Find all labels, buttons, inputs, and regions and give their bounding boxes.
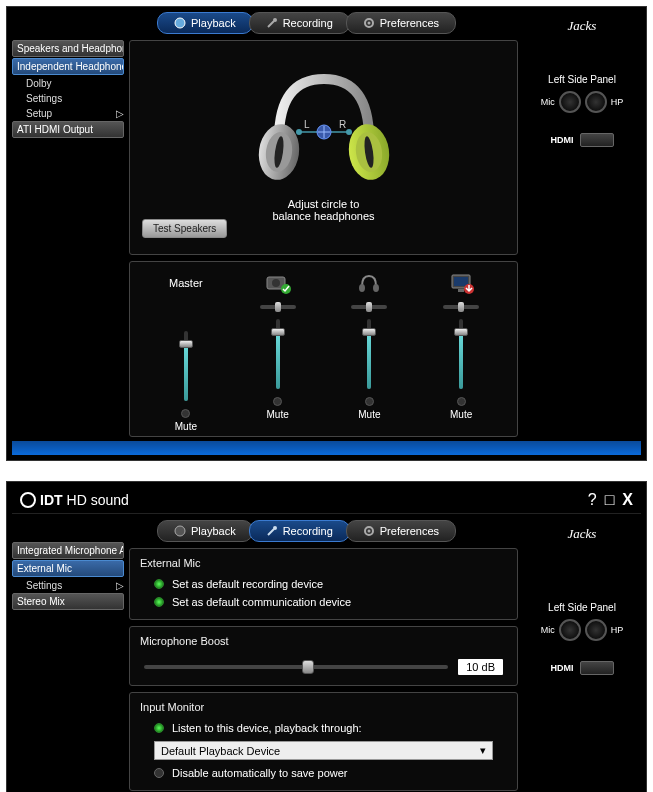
pan-slider[interactable] (443, 305, 479, 309)
tab-label: Recording (283, 525, 333, 537)
mic-boost-title: Microphone Boost (140, 635, 507, 647)
gear-icon (363, 525, 375, 537)
tab-bar: Playback Recording Preferences (157, 520, 518, 542)
mic-icon (266, 17, 278, 29)
volume-slider[interactable] (459, 319, 463, 389)
sidebar-sub-settings[interactable]: Settings (12, 91, 124, 106)
mic-jack-icon (559, 619, 581, 641)
monitor-icon (447, 272, 475, 294)
radio-off-icon (154, 768, 164, 778)
recording-window: IDT HD sound ? □ X Integrated Microphone… (6, 481, 647, 792)
playback-window: Speakers and Headphon Independent Headph… (6, 6, 647, 461)
listen-to-device[interactable]: Listen to this device, playback through: (140, 719, 507, 737)
mute-toggle[interactable] (273, 397, 282, 406)
option-label: Disable automatically to save power (172, 767, 347, 779)
external-mic-title: External Mic (140, 557, 507, 569)
mute-toggle[interactable] (457, 397, 466, 406)
set-default-recording[interactable]: Set as default recording device (140, 575, 507, 593)
brand-prefix: IDT (40, 492, 63, 508)
tab-recording[interactable]: Recording (249, 12, 350, 34)
mixer-channel-app: Mute (431, 270, 491, 420)
mic-jack-label: Mic (541, 97, 555, 107)
speaker-icon (174, 525, 186, 537)
input-monitor-title: Input Monitor (140, 701, 507, 713)
jacks-title: Jacks (523, 18, 641, 34)
mute-label: Mute (450, 409, 472, 420)
sidebar-item-ati-hdmi[interactable]: ATI HDMI Output (12, 121, 124, 138)
hdmi-port-icon (580, 661, 614, 675)
brand-title: HD sound (67, 492, 129, 508)
external-mic-panel: External Mic Set as default recording de… (129, 548, 518, 620)
volume-slider[interactable] (276, 319, 280, 389)
mixer-panel: Master Mute Mute (129, 261, 518, 437)
pan-slider[interactable] (351, 305, 387, 309)
help-button[interactable]: ? (588, 491, 597, 509)
option-label: Listen to this device, playback through: (172, 722, 362, 734)
tab-recording[interactable]: Recording (249, 520, 350, 542)
mute-toggle[interactable] (181, 409, 190, 418)
mute-label: Mute (175, 421, 197, 432)
speaker-icon (174, 17, 186, 29)
tab-label: Preferences (380, 17, 439, 29)
volume-slider-master[interactable] (184, 331, 188, 401)
svg-point-1 (273, 18, 277, 22)
headphone-icon (355, 272, 383, 294)
sidebar-item-stereo-mix[interactable]: Stereo Mix (12, 593, 124, 610)
mute-label: Mute (358, 409, 380, 420)
sidebar-item-external-mic[interactable]: External Mic (12, 560, 124, 577)
sidebar-sub-setup[interactable]: Setup▷ (12, 106, 124, 121)
set-default-communication[interactable]: Set as default communication device (140, 593, 507, 611)
jacks-panel: Jacks Left Side Panel Mic HP HDMI (523, 520, 641, 792)
hp-jack-label: HP (611, 625, 624, 635)
mic-boost-value: 10 dB (458, 659, 503, 675)
disable-auto-power[interactable]: Disable automatically to save power (140, 764, 507, 782)
tab-playback[interactable]: Playback (157, 520, 253, 542)
svg-point-25 (273, 526, 277, 530)
option-label: Set as default communication device (172, 596, 351, 608)
jacks-panel-label: Left Side Panel (523, 602, 641, 613)
mic-jack-label: Mic (541, 625, 555, 635)
tab-label: Recording (283, 17, 333, 29)
playback-device-select[interactable]: Default Playback Device▾ (154, 741, 493, 760)
svg-point-0 (175, 18, 185, 28)
sidebar-item-internal-mic[interactable]: Integrated Microphone A (12, 542, 124, 559)
master-label: Master (169, 270, 203, 296)
sidebar-sub-dolby[interactable]: Dolby (12, 76, 124, 91)
mixer-channel-system: Mute (248, 270, 308, 420)
jacks-title: Jacks (523, 526, 641, 542)
titlebar: IDT HD sound ? □ X (12, 487, 641, 514)
tab-preferences[interactable]: Preferences (346, 520, 456, 542)
tab-bar: Playback Recording Preferences (157, 12, 518, 34)
select-value: Default Playback Device (161, 745, 280, 757)
balance-left-label: L (304, 119, 310, 130)
mic-boost-slider[interactable] (144, 665, 448, 669)
tab-label: Playback (191, 17, 236, 29)
svg-point-11 (296, 129, 302, 135)
sidebar-sub-settings[interactable]: Settings▷ (12, 578, 124, 593)
svg-rect-22 (458, 289, 464, 292)
pan-slider[interactable] (260, 305, 296, 309)
radio-on-icon (154, 579, 164, 589)
tab-playback[interactable]: Playback (157, 12, 253, 34)
volume-slider[interactable] (367, 319, 371, 389)
jacks-panel: Jacks Left Side Panel Mic HP HDMI (523, 12, 641, 437)
chevron-right-icon: ▷ (116, 108, 124, 119)
mute-toggle[interactable] (365, 397, 374, 406)
mixer-channel-headphone: Mute (339, 270, 399, 420)
test-speakers-button[interactable]: Test Speakers (142, 219, 227, 238)
option-label: Set as default recording device (172, 578, 323, 590)
tab-preferences[interactable]: Preferences (346, 12, 456, 34)
mixer-channel-master: Master Mute (156, 270, 216, 432)
mute-label: Mute (267, 409, 289, 420)
mic-jack-icon (559, 91, 581, 113)
close-button[interactable]: X (622, 491, 633, 509)
sidebar-item-independent-headphone[interactable]: Independent Headphone (12, 58, 124, 75)
brand: IDT HD sound (20, 492, 129, 508)
chevron-right-icon: ▷ (116, 580, 124, 591)
maximize-button[interactable]: □ (605, 491, 615, 509)
radio-on-icon (154, 597, 164, 607)
balance-instruction: Adjust circle to balance headphones (272, 198, 374, 222)
sidebar: Speakers and Headphon Independent Headph… (12, 12, 124, 437)
svg-point-3 (367, 22, 370, 25)
sidebar-item-speakers[interactable]: Speakers and Headphon (12, 40, 124, 57)
